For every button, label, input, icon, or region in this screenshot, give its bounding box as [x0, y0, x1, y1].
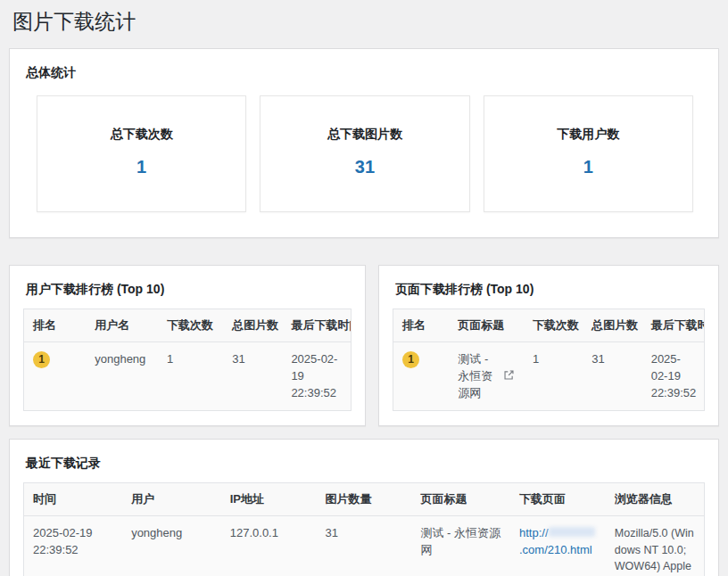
page-ranking-table: 排名 页面标题 下载次数 总图片数 最后下载时间 1 测试 - 永恒资源网: [393, 309, 705, 412]
column-header-ip: IP地址: [221, 483, 317, 516]
images-cell: 31: [583, 341, 641, 411]
redacted-url-segment: [549, 527, 595, 537]
column-header-time: 时间: [24, 483, 123, 516]
recent-downloads-heading: 最近下载记录: [10, 440, 718, 481]
column-header-downloads: 下载次数: [524, 309, 583, 341]
recent-downloads-table: 时间 用户 IP地址 图片数量 页面标题 下载页面 浏览器信息 2025-02-…: [23, 482, 705, 576]
column-header-images: 总图片数: [223, 309, 282, 341]
download-page-cell: http://.com/210.html: [510, 516, 606, 576]
url-suffix: .com/210.html: [519, 543, 592, 556]
column-header-user: 用户: [122, 483, 221, 516]
table-row: 1 测试 - 永恒资源网: [393, 341, 705, 411]
downloads-cell: 1: [524, 341, 583, 411]
external-link-icon[interactable]: [503, 369, 515, 386]
page-container: 图片下载统计 总体统计 总下载次数 1 总下载图片数 31 下载用户数 1 用户…: [0, 0, 728, 576]
stat-cards-row: 总下载次数 1 总下载图片数 31 下载用户数 1: [10, 90, 718, 237]
overall-stats-heading: 总体统计: [10, 49, 718, 90]
stat-value: 31: [268, 157, 461, 177]
stat-card-total-images: 总下载图片数 31: [260, 95, 469, 212]
user-cell: yongheng: [122, 516, 221, 576]
page-ranking-panel: 页面下载排行榜 (Top 10) 排名 页面标题 下载次数 总图片数 最后下载时…: [378, 265, 719, 427]
column-header-images: 总图片数: [583, 309, 641, 341]
page-title: 图片下载统计: [9, 0, 719, 36]
column-header-rank: 排名: [393, 309, 450, 341]
table-header-row: 排名 页面标题 下载次数 总图片数 最后下载时间: [393, 309, 705, 341]
user-ranking-heading: 用户下载排行榜 (Top 10): [10, 266, 365, 307]
stat-value: 1: [492, 157, 685, 177]
stat-card-total-downloads: 总下载次数 1: [37, 95, 246, 212]
stat-label: 总下载次数: [45, 127, 238, 143]
ranking-row: 用户下载排行榜 (Top 10) 排名 用户名 下载次数 总图片数 最后下载时间…: [9, 265, 719, 427]
image-count-cell: 31: [317, 516, 412, 576]
table-row: 2025-02-19 22:39:52 yongheng 127.0.0.1 3…: [24, 516, 705, 576]
table-row: 1 yongheng 1 31 2025-02-19 22:39:52: [24, 341, 352, 411]
last-time-cell: 2025-02-19 22:39:52: [282, 341, 351, 411]
time-cell: 2025-02-19 22:39:52: [24, 516, 123, 576]
column-header-image-count: 图片数量: [317, 483, 412, 516]
table-header-row: 时间 用户 IP地址 图片数量 页面标题 下载页面 浏览器信息: [24, 483, 705, 516]
stat-card-download-users: 下载用户数 1: [484, 95, 693, 212]
page-title-cell: 测试 - 永恒资源网: [411, 516, 510, 576]
recent-downloads-panel: 最近下载记录 时间 用户 IP地址 图片数量 页面标题 下载页面 浏览器信息 2…: [9, 439, 719, 576]
downloads-cell: 1: [158, 341, 223, 411]
rank-badge: 1: [402, 351, 419, 368]
column-header-last-time: 最后下载时间: [642, 309, 705, 341]
overall-stats-panel: 总体统计 总下载次数 1 总下载图片数 31 下载用户数 1: [9, 48, 719, 238]
column-header-page-title: 页面标题: [411, 483, 510, 516]
column-header-username: 用户名: [86, 309, 158, 341]
column-header-browser: 浏览器信息: [606, 483, 705, 516]
column-header-last-time: 最后下载时间: [282, 309, 351, 341]
column-header-rank: 排名: [24, 309, 87, 341]
rank-cell: 1: [393, 341, 450, 411]
stat-value: 1: [45, 157, 238, 177]
ip-cell: 127.0.0.1: [221, 516, 317, 576]
rank-badge: 1: [33, 351, 50, 368]
username-cell: yongheng: [86, 341, 158, 411]
page-title-text: 测试 - 永恒资源网: [458, 351, 499, 402]
url-prefix: http://: [519, 526, 549, 539]
page-ranking-heading: 页面下载排行榜 (Top 10): [379, 266, 718, 307]
rank-cell: 1: [24, 341, 87, 411]
stat-label: 总下载图片数: [268, 127, 461, 143]
images-cell: 31: [223, 341, 282, 411]
stat-label: 下载用户数: [492, 127, 685, 143]
column-header-download-page: 下载页面: [510, 483, 606, 516]
table-header-row: 排名 用户名 下载次数 总图片数 最后下载时间: [24, 309, 352, 341]
page-title-cell: 测试 - 永恒资源网: [449, 341, 524, 411]
browser-info-cell: Mozilla/5.0 (Windows NT 10.0; WOW64) App…: [606, 516, 705, 576]
user-ranking-table: 排名 用户名 下载次数 总图片数 最后下载时间 1 yongheng 1 31 …: [23, 309, 352, 412]
column-header-page-title: 页面标题: [449, 309, 524, 341]
column-header-downloads: 下载次数: [158, 309, 223, 341]
download-page-link[interactable]: http://.com/210.html: [519, 526, 595, 556]
last-time-cell: 2025-02-19 22:39:52: [642, 341, 705, 411]
user-ranking-panel: 用户下载排行榜 (Top 10) 排名 用户名 下载次数 总图片数 最后下载时间…: [9, 265, 366, 427]
